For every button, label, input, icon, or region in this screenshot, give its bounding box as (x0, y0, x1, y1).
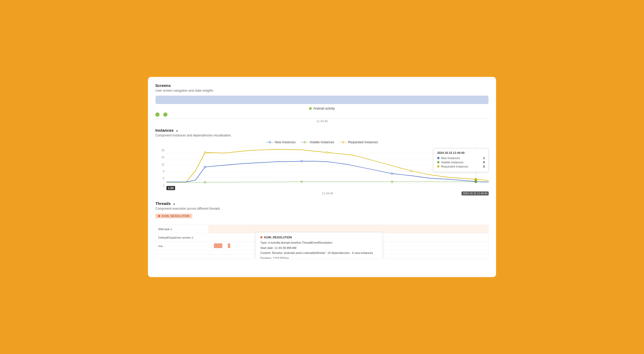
koin-badge[interactable]: KOIN_RESOLUTION (155, 214, 192, 218)
tooltip-requested-dot (437, 165, 439, 168)
thread-popup: KOIN_RESOLUTION Type: io.kotzilla.domain… (256, 232, 382, 259)
instances-section: Instances ▲ Component instances and depe… (155, 128, 489, 195)
main-container: Screens User screen navigation and state… (148, 77, 496, 277)
legend-new-instances: New Instances (266, 140, 296, 144)
legend-requested-instances: Requested Instances (339, 140, 378, 144)
tooltip-new-row: New Instances 1 (437, 156, 485, 160)
threads-subtitle: Component execution across different thr… (155, 207, 489, 210)
tooltip-volatile-row: Volatile Instances 0 (437, 161, 485, 164)
instances-legend: New Instances Volatile Instances Request… (155, 140, 489, 144)
screens-timestamp: 11:44:40 (155, 118, 489, 123)
legend-requested-label: Requested Instances (348, 140, 378, 144)
thread-track-wm (208, 225, 488, 233)
svg-point-16 (410, 170, 412, 172)
thread-block-1 (214, 243, 222, 248)
threads-collapse-icon[interactable]: ▲ (173, 202, 175, 205)
thread-label-dispatcher: DefaultDispatcher-worker-1 (156, 236, 208, 239)
tooltip-volatile-label: Volatile Instances (441, 161, 464, 164)
svg-point-3 (304, 141, 305, 143)
svg-point-23 (301, 181, 303, 183)
instances-header: Instances ▲ (155, 128, 489, 133)
new-instances-legend-icon (266, 141, 273, 144)
chart-value-badge: 1.00 (166, 186, 175, 190)
y-label-6: 6 (155, 177, 165, 180)
screens-subtitle: User screen navigation and state insight… (155, 89, 489, 92)
svg-point-15 (326, 152, 328, 153)
screens-title: Screens (155, 83, 171, 88)
screens-header: Screens (155, 83, 489, 88)
threads-header: Threads ▲ (155, 201, 489, 206)
svg-point-22 (204, 181, 206, 183)
instances-collapse-icon[interactable]: ▲ (176, 129, 178, 132)
koin-badge-label: KOIN_RESOLUTION (162, 214, 190, 218)
tooltip-volatile-dot (437, 161, 439, 163)
popup-type: Type: io.kotzilla.domain.timeline.Thread… (260, 240, 378, 245)
koin-badge-dot (158, 215, 160, 217)
popup-duration: Duration: 1223.587ms (260, 256, 378, 259)
popup-title: KOIN_RESOLUTION (260, 236, 378, 239)
thread-label-ma: ma... (156, 244, 208, 248)
wm-bg (208, 225, 488, 233)
screens-dots-row (155, 112, 489, 117)
svg-point-19 (301, 160, 303, 162)
legend-volatile-instances: Volatile Instances (301, 140, 334, 144)
threads-chart: WM.task-1 DefaultDispatcher-worker-1 ma.… (155, 225, 489, 259)
svg-point-20 (391, 173, 393, 174)
screens-bar-inner (156, 96, 488, 104)
svg-point-17 (474, 178, 477, 180)
android-legend-label: Android activity (313, 107, 335, 110)
tooltip-volatile-value: 0 (483, 161, 485, 164)
screen-dot-2[interactable] (163, 112, 167, 117)
popup-title-dot (260, 236, 262, 238)
thread-block-2 (228, 243, 230, 248)
screen-dot-1[interactable] (155, 112, 160, 117)
y-label-18: 18 (155, 149, 165, 152)
tooltip-requested-label: Requested Instances (441, 165, 468, 168)
popup-content: Content: Resolve 'androidx.work.Listenab… (260, 251, 378, 255)
screens-section: Screens User screen navigation and state… (155, 83, 489, 123)
y-label-3: 3 (155, 184, 165, 187)
instances-title: Instances (155, 128, 174, 132)
tooltip-date: 2024-10-15 11:44:40 (437, 151, 485, 154)
tooltip-requested-row: Requested Instances 2 (437, 165, 485, 168)
tooltip-requested-value: 2 (483, 165, 485, 168)
instances-subtitle: Component instances and dependencies vis… (155, 134, 489, 137)
volatile-instances-legend-icon (301, 141, 308, 144)
end-timestamp-label: 2024-10-15 11:44:40 (462, 191, 489, 195)
svg-point-18 (204, 166, 206, 168)
svg-point-25 (474, 181, 477, 183)
y-label-12: 12 (155, 163, 165, 166)
tooltip-new-dot (437, 157, 439, 159)
android-legend-dot (309, 107, 312, 110)
legend-volatile-label: Volatile Instances (310, 140, 334, 144)
screens-bar[interactable] (155, 96, 489, 104)
tooltip-new-label: New Instances (441, 156, 460, 160)
tooltip-new-value: 1 (483, 156, 485, 160)
popup-start: Start date: 11:44:39.998 AM (260, 246, 378, 250)
legend-new-label: New Instances (275, 140, 296, 144)
screens-legend: Android activity (155, 107, 489, 110)
y-label-15: 15 (155, 156, 165, 159)
svg-point-24 (391, 181, 393, 183)
thread-label-wm: WM.task-1 (156, 228, 208, 231)
svg-point-5 (342, 141, 344, 143)
threads-title: Threads (155, 201, 171, 206)
instances-x-timestamp: 11:44:40 (166, 192, 489, 195)
y-label-9: 9 (155, 170, 165, 173)
svg-point-1 (269, 141, 271, 143)
threads-section: Threads ▲ Component execution across dif… (155, 201, 489, 259)
requested-instances-legend-icon (339, 141, 347, 144)
chart-tooltip: 2024-10-15 11:44:40 New Instances 1 Vola… (433, 148, 489, 172)
svg-point-14 (204, 152, 206, 153)
